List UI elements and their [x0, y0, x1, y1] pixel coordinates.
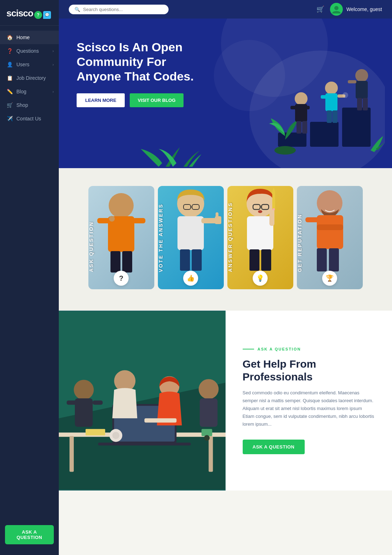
- lightbulb-icon: 💡: [256, 274, 264, 282]
- hero-title: Scisco Is An Open Community For Anyone T…: [77, 40, 212, 83]
- chevron-right-icon-2: ›: [52, 62, 54, 67]
- plant-decoration: [137, 131, 208, 168]
- sidebar-item-questions[interactable]: ❓ Questions ›: [0, 44, 59, 58]
- user-greeting: Welcome, guest: [346, 6, 382, 12]
- svg-rect-17: [327, 110, 332, 123]
- logo-text: scisco: [6, 8, 33, 19]
- feature-card-answer-questions-label: ANSWER QUESTIONS: [227, 199, 293, 272]
- ask-section-title: Get Help From Professionals: [243, 358, 375, 383]
- vote-answers-icon: 👍: [183, 271, 198, 286]
- ask-question-icon: ?: [114, 271, 129, 286]
- sidebar-item-questions-label: Questions: [16, 48, 39, 54]
- contact-icon: ✈️: [6, 116, 13, 121]
- sidebar-item-home-label: Home: [16, 35, 30, 40]
- learn-more-button[interactable]: LEARN MORE: [77, 93, 125, 107]
- svg-rect-72: [93, 400, 103, 405]
- logo-area: scisco?💬: [0, 0, 59, 26]
- questions-icon: ❓: [6, 48, 13, 54]
- hero-section: Scisco Is An Open Community For Anyone T…: [59, 19, 392, 168]
- users-icon: 👤: [6, 62, 13, 67]
- svg-rect-9: [290, 106, 297, 109]
- sidebar-item-shop[interactable]: 🛒 Shop: [0, 98, 59, 112]
- svg-rect-10: [303, 106, 310, 109]
- search-bar[interactable]: 🔍: [69, 5, 169, 14]
- svg-point-75: [198, 379, 218, 399]
- avatar: [330, 3, 343, 16]
- svg-rect-12: [302, 121, 307, 134]
- nav-menu: 🏠 Home ❓ Questions › 👤 Users › 📋 Job Dir…: [0, 26, 59, 491]
- svg-rect-14: [325, 93, 337, 111]
- feature-card-get-reputation[interactable]: GET REPUTATION 🏆: [297, 186, 363, 289]
- sidebar: scisco?💬 🏠 Home ❓ Questions › 👤 Users › …: [0, 0, 59, 491]
- sidebar-item-home[interactable]: 🏠 Home: [0, 31, 59, 44]
- job-icon: 📋: [6, 75, 13, 81]
- feature-card-get-reputation-label: GET REPUTATION: [297, 211, 363, 272]
- search-input[interactable]: [83, 7, 163, 12]
- blog-icon: ✏️: [6, 89, 13, 94]
- shop-icon: 🛒: [6, 102, 13, 108]
- svg-rect-23: [363, 98, 368, 110]
- sidebar-item-job-label: Job Directory: [16, 75, 46, 81]
- sidebar-item-blog-label: Blog: [16, 89, 26, 94]
- main-content: 🔍 🛒 Welcome, guest: [59, 0, 392, 491]
- feature-card-ask-question[interactable]: ASK QUESTION ?: [88, 186, 154, 289]
- svg-rect-3: [278, 133, 306, 147]
- svg-rect-77: [144, 418, 176, 422]
- svg-point-82: [204, 435, 210, 441]
- sidebar-item-users[interactable]: 👤 Users ›: [0, 58, 59, 71]
- sidebar-item-job-directory[interactable]: 📋 Job Directory: [0, 71, 59, 85]
- svg-rect-22: [357, 98, 362, 110]
- features-grid: ASK QUESTION ?: [69, 186, 382, 289]
- logo-q-icon: ?: [34, 11, 42, 19]
- svg-marker-49: [272, 188, 275, 191]
- answer-questions-icon: 💡: [253, 271, 268, 286]
- chevron-right-icon-3: ›: [52, 89, 54, 94]
- svg-rect-5: [342, 108, 371, 147]
- ask-section-button[interactable]: ASK A QUESTION: [243, 440, 305, 454]
- feature-card-ask-question-label: ASK QUESTION: [88, 218, 154, 272]
- trophy-icon: 🏆: [326, 274, 334, 282]
- sidebar-item-contact-us[interactable]: ✈️ Contact Us: [0, 112, 59, 125]
- visit-blog-button[interactable]: VISIT OUR BLOG: [130, 93, 183, 107]
- svg-rect-68: [98, 442, 191, 445]
- feature-card-vote-answers[interactable]: VOTE THE ANSWERS 👍: [158, 186, 224, 289]
- svg-point-7: [295, 92, 308, 105]
- svg-rect-65: [208, 436, 213, 472]
- chevron-right-icon: ›: [52, 49, 54, 53]
- svg-rect-21: [348, 80, 356, 83]
- svg-point-69: [74, 380, 94, 400]
- ask-section-label-text: ASK A QUESTION: [258, 347, 301, 351]
- svg-point-1: [334, 6, 339, 10]
- sidebar-item-users-label: Users: [16, 62, 30, 67]
- user-info[interactable]: Welcome, guest: [330, 3, 382, 16]
- ask-section-description: Sed commodo odio eu condimentum eleifend…: [243, 389, 375, 428]
- logo-chat-icon: 💬: [43, 11, 51, 19]
- svg-rect-80: [86, 429, 105, 435]
- feature-card-vote-answers-label: VOTE THE ANSWERS: [158, 201, 224, 272]
- thumbs-up-icon: 👍: [187, 274, 195, 282]
- svg-rect-70: [75, 398, 93, 427]
- svg-rect-11: [296, 121, 301, 134]
- topbar: 🔍 🛒 Welcome, guest: [59, 0, 392, 19]
- sidebar-item-contact-label: Contact Us: [16, 116, 41, 121]
- svg-point-19: [355, 69, 368, 82]
- svg-point-6: [274, 146, 296, 155]
- logo-icons: ?💬: [34, 11, 51, 19]
- ask-label-line: [243, 349, 254, 349]
- feature-card-answer-questions[interactable]: ANSWER QUESTIONS 💡: [227, 186, 293, 289]
- search-icon: 🔍: [74, 7, 80, 12]
- cart-icon[interactable]: 🛒: [316, 5, 324, 13]
- svg-rect-76: [200, 398, 217, 427]
- features-section: ASK QUESTION ?: [59, 168, 392, 311]
- ask-section-image: [59, 311, 226, 491]
- svg-point-25: [109, 193, 134, 218]
- svg-rect-4: [310, 122, 339, 147]
- topbar-right: 🛒 Welcome, guest: [316, 3, 382, 16]
- sidebar-item-blog[interactable]: ✏️ Blog ›: [0, 85, 59, 98]
- svg-rect-71: [67, 400, 77, 405]
- svg-point-24: [342, 92, 348, 98]
- home-icon: 🏠: [6, 35, 13, 40]
- sidebar-item-shop-label: Shop: [16, 102, 28, 108]
- svg-rect-20: [356, 81, 368, 99]
- question-mark-icon: ?: [119, 274, 123, 282]
